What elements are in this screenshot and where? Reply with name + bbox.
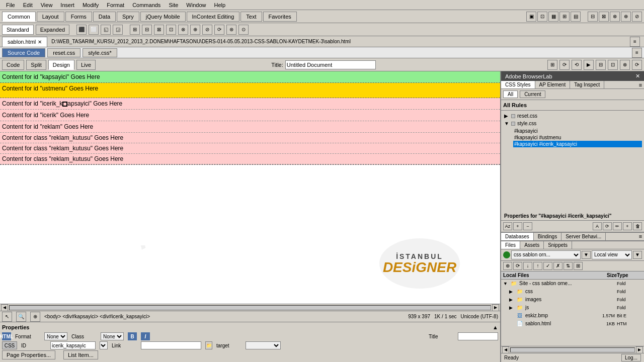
code-tool-3[interactable]: ⟲ xyxy=(572,60,582,70)
rule-kapsayici[interactable]: #kapsayici xyxy=(513,128,642,134)
expanded-button[interactable]: Expanded xyxy=(36,25,70,35)
file-tab-sablon[interactable]: sablon.html ✕ xyxy=(2,37,47,47)
right-scroll-right[interactable]: ▶ xyxy=(636,346,643,353)
link-input[interactable] xyxy=(141,341,201,349)
tab-favorites[interactable]: Favorites xyxy=(263,12,297,22)
toolbar-icon-k[interactable]: ⊘ xyxy=(202,25,212,35)
standard-button[interactable]: Standard xyxy=(2,25,34,35)
code-tool-7[interactable]: ⊗ xyxy=(620,60,630,70)
menu-commands[interactable]: Commands xyxy=(128,1,165,9)
tab-layout[interactable]: Layout xyxy=(37,12,64,22)
insert-icon-1[interactable]: ▣ xyxy=(526,12,536,22)
code-tool-5[interactable]: ⊟ xyxy=(596,60,606,70)
code-tool-2[interactable]: ⟳ xyxy=(559,60,570,70)
toolbar-icon-n[interactable]: ⊙ xyxy=(238,25,249,35)
view-dropdown-icon[interactable]: ▼ xyxy=(633,251,642,259)
code-tool-1[interactable]: ⊞ xyxy=(547,60,557,70)
toolbar-icon-m[interactable]: ⊛ xyxy=(226,25,236,35)
insert-icon-5[interactable]: ▤ xyxy=(571,12,581,22)
expand-reset-icon[interactable]: ▶ xyxy=(504,113,509,119)
status-zoom-icon[interactable]: ⊕ xyxy=(30,312,40,322)
prop-icon-minus[interactable]: − xyxy=(523,222,532,230)
status-search-icon[interactable]: 🔍 xyxy=(16,312,26,322)
live-button[interactable]: Live xyxy=(76,60,96,70)
databases-tab[interactable]: Databases xyxy=(501,233,534,240)
tree-item-eskiz[interactable]: 🖼 eskiz.bmp 1.57M Bit E xyxy=(507,312,644,320)
target-select[interactable] xyxy=(246,341,281,349)
rule-style-css[interactable]: ▼ style.css xyxy=(503,120,642,127)
assets-tab[interactable]: Assets xyxy=(520,241,544,249)
html-button[interactable]: HTML xyxy=(2,332,11,340)
page-properties-button[interactable]: Page Properties... xyxy=(2,350,55,359)
source-options-icon[interactable]: ≡ xyxy=(632,48,642,58)
h-scrollbar[interactable]: ◀ ▶ xyxy=(0,304,500,311)
bold-button[interactable]: B xyxy=(128,332,137,340)
expand-css-icon[interactable]: ▶ xyxy=(509,289,514,294)
list-item-button[interactable]: List Item... xyxy=(63,350,98,359)
code-tool-8[interactable]: ⟳ xyxy=(632,60,642,70)
rule-kapsayici-ustmenu[interactable]: #kapsayici #ustmenu xyxy=(513,134,642,141)
insert-icon-8[interactable]: ⊗ xyxy=(610,12,620,22)
expand-js-icon[interactable]: ▶ xyxy=(509,305,514,310)
right-panel-hscroll[interactable]: ◀ ▶ xyxy=(501,346,644,353)
insert-icon-9[interactable]: ⊕ xyxy=(621,12,631,22)
code-tool-6[interactable]: ⊡ xyxy=(608,60,618,70)
prop-icon-a[interactable]: A xyxy=(593,222,602,230)
menu-format[interactable]: Format xyxy=(103,1,128,9)
format-select[interactable]: None xyxy=(44,332,67,340)
source-tab-source-code[interactable]: Source Code xyxy=(2,48,45,57)
menu-site[interactable]: Site xyxy=(165,1,182,9)
class-select[interactable]: None xyxy=(101,332,124,340)
link-browse-icon[interactable]: 📁 xyxy=(205,341,212,349)
insert-icon-10[interactable]: ⊘ xyxy=(632,12,642,22)
code-button[interactable]: Code xyxy=(2,60,24,70)
right-scroll-track[interactable] xyxy=(510,347,635,352)
menu-file[interactable]: File xyxy=(2,1,19,9)
italic-button[interactable]: I xyxy=(141,332,150,340)
tab-jquery-mobile[interactable]: jQuery Mobile xyxy=(140,12,186,22)
panel-options-icon[interactable]: ≡ xyxy=(637,81,644,88)
files-refresh-icon[interactable]: ⟳ xyxy=(513,262,522,270)
files-checkout-icon[interactable]: ✗ xyxy=(553,262,562,270)
site-select[interactable]: css sablon orn... xyxy=(511,250,581,259)
files-checkin-icon[interactable]: ✓ xyxy=(543,262,552,270)
menu-view[interactable]: View xyxy=(37,1,57,9)
snippets-tab[interactable]: Snippets xyxy=(544,241,572,249)
server-behavi-tab[interactable]: Server Behavi... xyxy=(561,233,606,240)
tab-common[interactable]: Common xyxy=(2,12,36,22)
menu-modify[interactable]: Modify xyxy=(78,1,103,9)
css-current-tab[interactable]: Current xyxy=(520,90,545,98)
toolbar-icon-i[interactable]: ⊗ xyxy=(178,25,188,35)
log-button[interactable]: Log... xyxy=(621,354,641,361)
toolbar-icon-l[interactable]: ⟳ xyxy=(214,25,224,35)
props-expand-icon[interactable]: ▲ xyxy=(493,324,498,330)
menu-insert[interactable]: Insert xyxy=(56,1,78,9)
files-get-icon[interactable]: ↓ xyxy=(523,262,532,270)
id-input[interactable] xyxy=(50,341,96,349)
expand-images-icon[interactable]: ▶ xyxy=(509,297,514,302)
tree-item-sablon[interactable]: 📄 sablon.html 1KB HTM xyxy=(507,320,644,328)
files-sync-icon[interactable]: ⇅ xyxy=(564,262,573,270)
toolbar-icon-c[interactable]: ◱ xyxy=(101,25,111,35)
files-connect-icon[interactable]: ⊕ xyxy=(503,262,512,270)
prop-icon-new[interactable]: + xyxy=(623,222,632,230)
tab-forms[interactable]: Forms xyxy=(65,12,92,22)
css-button[interactable]: CSS xyxy=(2,341,17,349)
scroll-track[interactable] xyxy=(9,305,491,310)
tab-text[interactable]: Text xyxy=(240,12,262,22)
bindings-tab[interactable]: Bindings xyxy=(534,233,561,240)
tree-item-css[interactable]: ▶ 📁 css Fold xyxy=(507,288,644,296)
tab-data[interactable]: Data xyxy=(93,12,116,22)
toolbar-icon-f[interactable]: ⊟ xyxy=(142,25,152,35)
prop-icon-refresh[interactable]: ⟳ xyxy=(603,222,612,230)
files-put-icon[interactable]: ↑ xyxy=(533,262,542,270)
scroll-right-arrow[interactable]: ▶ xyxy=(492,304,499,311)
insert-icon-6[interactable]: ⊟ xyxy=(588,12,598,22)
code-tool-4[interactable]: ▶ xyxy=(584,60,594,70)
tree-item-images[interactable]: ▶ 📁 images Fold xyxy=(507,296,644,304)
status-arrow-icon[interactable]: ↖ xyxy=(2,312,12,322)
menu-window[interactable]: Window xyxy=(182,1,210,9)
source-tab-reset-css[interactable]: reset.css xyxy=(47,48,80,57)
toolbar-icon-g[interactable]: ⊠ xyxy=(154,25,164,35)
prop-icon-delete[interactable]: 🗑 xyxy=(633,222,642,230)
